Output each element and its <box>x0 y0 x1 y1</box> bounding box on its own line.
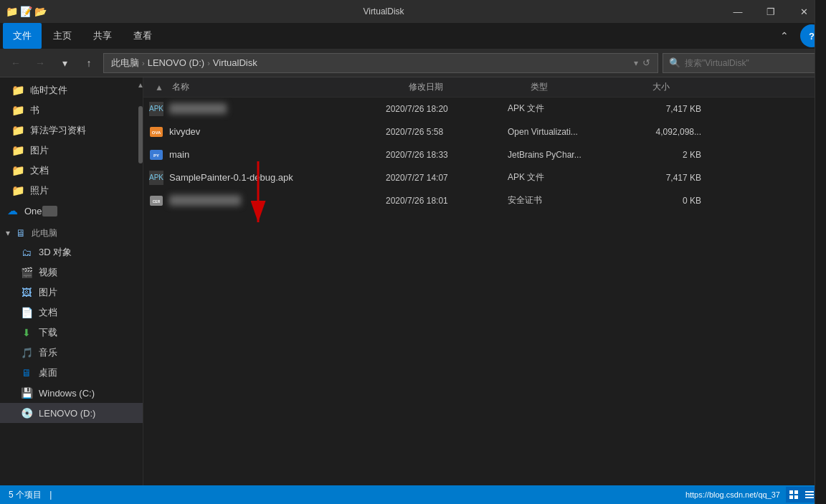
up-button[interactable]: ↑ <box>79 53 99 73</box>
table-row[interactable]: OVA kivydev 2020/7/26 5:58 Open Virtuali… <box>143 120 826 143</box>
sidebar-thispc-header[interactable]: ▾ 🖥 此电脑 <box>0 221 143 242</box>
sidebar-item-video[interactable]: 🎬 视频 <box>0 262 143 282</box>
thispc-expand-icon: ▾ <box>6 228 10 238</box>
drive-d-icon: 💿 <box>20 406 33 419</box>
file-type-3: APK 文件 <box>508 171 630 184</box>
svg-text:OVA: OVA <box>152 130 161 135</box>
title-bar-file-icons: 📁 📝 📂 <box>6 6 46 17</box>
search-input[interactable] <box>685 58 799 68</box>
column-header-name[interactable]: 名称 <box>169 77 406 98</box>
folder-icon: 📁 <box>11 124 24 137</box>
picture-icon: 🖼 <box>20 286 33 299</box>
folder-icon: 📁 <box>11 84 24 97</box>
status-right: https://blog.csdn.net/qq_37 <box>685 487 817 503</box>
refresh-button[interactable]: ↺ <box>642 57 650 68</box>
file-name-cell: OVA kivydev <box>149 125 386 139</box>
search-box[interactable]: 🔍 <box>663 53 820 73</box>
menu-bar: 文件 主页 共享 查看 ⌃ ? <box>0 23 826 49</box>
drive-c-icon: 💾 <box>20 386 33 399</box>
sidebar-item-picture[interactable]: 🖼 图片 <box>0 282 143 303</box>
sidebar: ▲ 📁 临时文件 📁 书 📁 算法学习资料 📁 图片 📁 文档 📁 照片 <box>0 77 143 485</box>
file-size-3: 7,417 KB <box>630 173 701 183</box>
breadcrumb-sep2: › <box>207 59 210 67</box>
address-box[interactable]: 此电脑 › LENOVO (D:) › VirtualDisk ▾ ↺ <box>103 53 658 73</box>
status-separator: | <box>49 490 52 500</box>
sidebar-label-lenovo-d: LENOVO (D:) <box>39 408 95 419</box>
view-controls[interactable] <box>786 487 817 503</box>
svg-rect-10 <box>789 495 793 499</box>
sidebar-item-lenovo-d[interactable]: 💿 LENOVO (D:) <box>0 403 143 423</box>
file-size-2: 2 KB <box>630 150 701 160</box>
py-file-icon: PY <box>149 148 163 162</box>
file-date-1: 2020/7/26 5:58 <box>386 127 508 137</box>
svg-rect-12 <box>805 491 814 493</box>
sidebar-item-music[interactable]: 🎵 音乐 <box>0 343 143 363</box>
column-header-size[interactable]: 大小 <box>650 77 721 98</box>
file-date-0: 2020/7/26 18:20 <box>386 104 508 114</box>
music-icon: 🎵 <box>20 346 33 359</box>
menu-collapse-button[interactable]: ⌃ <box>773 24 796 47</box>
table-row[interactable]: CER 2020/7/26 18:01 安全证书 0 KB <box>143 189 826 212</box>
back-button[interactable]: ← <box>6 53 26 73</box>
video-icon: 🎬 <box>20 266 33 279</box>
sidebar-label-zhaopian: 照片 <box>30 184 49 197</box>
file-area: ▲ 名称 修改日期 类型 大小 APK 2020/7/26 18:20 APK … <box>143 77 826 485</box>
sidebar-item-shu[interactable]: 📁 书 <box>0 100 143 120</box>
sidebar-item-download[interactable]: ⬇ 下载 <box>0 323 143 343</box>
forward-button[interactable]: → <box>30 53 50 73</box>
sidebar-label-suanfa: 算法学习资料 <box>30 124 86 137</box>
file-name-cell: APK <box>149 102 386 116</box>
sidebar-item-zhaopian[interactable]: 📁 照片 <box>0 181 143 201</box>
apk-file-icon-2: APK <box>149 171 163 185</box>
column-header-type[interactable]: 类型 <box>528 77 650 98</box>
recent-locations-button[interactable]: ▾ <box>54 53 75 73</box>
file-header: ▲ 名称 修改日期 类型 大小 <box>143 77 826 98</box>
file-name-cell: APK SamplePainter-0.1-debug.apk <box>149 171 386 185</box>
menu-file[interactable]: 文件 <box>3 23 42 49</box>
table-row[interactable]: PY main 2020/7/26 18:33 JetBrains PyChar… <box>143 143 826 166</box>
file-date-3: 2020/7/27 14:07 <box>386 173 508 183</box>
sidebar-item-suanfa[interactable]: 📁 算法学习资料 <box>0 120 143 141</box>
file-size-4: 0 KB <box>630 196 701 206</box>
sidebar-item-tupian[interactable]: 📁 图片 <box>0 141 143 161</box>
status-count: 5 个项目 | <box>9 489 57 501</box>
address-bar-area: ← → ▾ ↑ 此电脑 › LENOVO (D:) › VirtualDisk … <box>0 49 826 77</box>
maximize-button[interactable]: ❐ <box>754 0 787 23</box>
sort-up-button[interactable]: ▲ <box>149 77 169 98</box>
address-dropdown-button[interactable]: ▾ <box>634 58 638 68</box>
file-name-main: main <box>169 149 189 160</box>
document-icon: 📄 <box>20 306 33 319</box>
status-count-text: 5 个项目 <box>9 490 42 500</box>
sidebar-label-windows-c: Windows (C:) <box>39 388 95 399</box>
sidebar-item-windows-c[interactable]: 💾 Windows (C:) <box>0 383 143 403</box>
table-row[interactable]: APK 2020/7/26 18:20 APK 文件 7,417 KB <box>143 98 826 120</box>
folder-icon: 📁 <box>11 144 24 157</box>
sidebar-item-desktop[interactable]: 🖥 桌面 <box>0 363 143 383</box>
sidebar-item-onedrive[interactable]: ☁ One <box>0 201 143 221</box>
sidebar-item-wendang[interactable]: 📁 文档 <box>0 161 143 181</box>
sidebar-label-tupian: 图片 <box>30 144 49 157</box>
menu-home[interactable]: 主页 <box>43 23 82 49</box>
sidebar-label-video: 视频 <box>39 266 57 279</box>
window-controls[interactable]: — ❐ ✕ <box>721 0 820 23</box>
sidebar-item-3d[interactable]: 🗂 3D 对象 <box>0 242 143 262</box>
menu-share[interactable]: 共享 <box>83 23 122 49</box>
sidebar-item-document[interactable]: 📄 文档 <box>0 303 143 323</box>
sidebar-label-3d: 3D 对象 <box>39 246 72 259</box>
grid-view-button[interactable] <box>786 487 802 503</box>
download-icon: ⬇ <box>20 326 33 339</box>
file-date-4: 2020/7/26 18:01 <box>386 196 508 206</box>
file-list: APK 2020/7/26 18:20 APK 文件 7,417 KB OVA <box>143 98 826 485</box>
column-header-date[interactable]: 修改日期 <box>406 77 528 98</box>
minimize-button[interactable]: — <box>721 0 754 23</box>
sidebar-label-thispc: 此电脑 <box>32 227 57 239</box>
sidebar-item-linshi[interactable]: 📁 临时文件 <box>0 80 143 100</box>
svg-rect-9 <box>794 490 798 494</box>
main-area: ▲ 📁 临时文件 📁 书 📁 算法学习资料 📁 图片 📁 文档 📁 照片 <box>0 77 826 485</box>
menu-view[interactable]: 查看 <box>123 23 162 49</box>
svg-rect-14 <box>805 497 814 498</box>
sidebar-label-shu: 书 <box>30 104 39 117</box>
table-row[interactable]: APK SamplePainter-0.1-debug.apk 2020/7/2… <box>143 166 826 189</box>
desktop-icon: 🖥 <box>20 366 33 379</box>
file-size-0: 7,417 KB <box>630 104 701 114</box>
